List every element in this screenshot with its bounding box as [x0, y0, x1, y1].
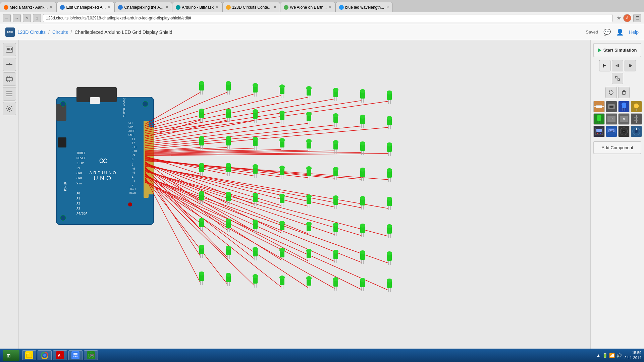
component-pnp[interactable]: P [606, 113, 617, 125]
menu-btn[interactable]: ☰ [633, 14, 641, 22]
select-tool-button[interactable] [599, 60, 610, 71]
led-r8c2 [226, 273, 231, 286]
profile-icon[interactable]: A [623, 14, 631, 22]
component-led-green[interactable] [593, 113, 605, 125]
wire-tool-btn[interactable] [3, 58, 16, 71]
start-button[interactable]: ⊞ [3, 350, 19, 361]
svg-text:~10: ~10 [132, 150, 137, 153]
list-btn[interactable] [3, 87, 16, 101]
svg-rect-13 [6, 77, 12, 81]
svg-rect-28 [58, 137, 66, 147]
add-component-button[interactable]: Add Component [593, 141, 641, 154]
breadcrumb-circuits[interactable]: Circuits [52, 29, 68, 35]
component-multimeter[interactable] [593, 126, 605, 137]
rotate-button[interactable] [605, 87, 617, 98]
taskbar-acrobat[interactable]: A [53, 350, 67, 360]
svg-point-451 [387, 279, 392, 283]
tab-close[interactable]: ✕ [165, 5, 168, 9]
svg-text:AREF: AREF [128, 130, 135, 133]
component-display[interactable]: LCD [606, 126, 617, 137]
taskbar-explorer[interactable] [22, 350, 36, 360]
svg-text:POWER: POWER [64, 182, 67, 191]
refresh-btn[interactable]: ↻ [23, 14, 31, 22]
svg-point-186 [253, 109, 258, 113]
left-toolbar: ​ [0, 40, 19, 362]
tab-tab1[interactable]: Media Markt - Aank... ✕ [0, 2, 56, 12]
component-lamp[interactable] [631, 101, 642, 112]
led-r8c1 [199, 272, 204, 285]
component-potentiometer[interactable] [631, 126, 642, 137]
bookmark-icon[interactable]: ★ [616, 15, 621, 21]
tab-tab5[interactable]: 123D Circuits Conte... ✕ [222, 2, 280, 12]
svg-line-133 [145, 182, 388, 290]
tab-close[interactable]: ✕ [273, 5, 276, 9]
start-simulation-label: Start Simulation [603, 48, 637, 53]
tab-tab7[interactable]: blue led wavelength... ✕ [335, 2, 393, 12]
svg-rect-27 [56, 104, 66, 121]
acrobat-icon: A [56, 351, 64, 359]
home-btn[interactable]: ⌂ [33, 14, 41, 22]
svg-text:~9: ~9 [132, 154, 135, 157]
component-resistor[interactable] [593, 101, 605, 112]
component-palette: P N LCD [593, 101, 641, 137]
tab-tab2[interactable]: Edit Charlieplexed A... ✕ [56, 2, 114, 12]
svg-rect-470 [622, 104, 626, 108]
fullscreen-button[interactable] [612, 73, 623, 84]
svg-point-351 [279, 221, 285, 225]
rewind-button[interactable] [612, 60, 623, 71]
svg-rect-487 [596, 129, 602, 132]
component-btn[interactable] [3, 72, 16, 86]
component-npn[interactable]: N [618, 113, 630, 125]
svg-text:~6: ~6 [132, 168, 135, 171]
taskbar: ⊞ A 🎮 ▲ 🔋 📶 🔊 15:59 24- [0, 349, 644, 362]
start-simulation-button[interactable]: Start Simulation [593, 43, 641, 57]
keyboard-btn[interactable]: ​ [3, 43, 16, 56]
canvas-area[interactable]: IOREF RESET 3.3V 5V GND GND Vin A0 A1 A2… [19, 40, 590, 362]
back-btn[interactable]: ← [3, 14, 11, 22]
help-button[interactable]: Help [629, 29, 639, 35]
user-icon[interactable]: 👤 [616, 28, 624, 36]
delete-button[interactable] [618, 87, 630, 98]
tab-close[interactable]: ✕ [329, 5, 332, 9]
component-switch[interactable] [606, 101, 617, 112]
component-vertical[interactable] [631, 113, 642, 125]
tab-tab3[interactable]: Charlieplexing the A... ✕ [114, 2, 172, 12]
tab-close[interactable]: ✕ [386, 5, 389, 9]
arduino-board: IOREF RESET 3.3V 5V GND GND Vin A0 A1 A2… [56, 87, 154, 225]
tab-close[interactable]: ✕ [216, 5, 219, 9]
battery-icon: 🔋 [602, 353, 608, 358]
svg-point-286 [360, 168, 365, 172]
svg-rect-63 [90, 97, 100, 104]
taskbar-chrome[interactable] [38, 350, 52, 360]
svg-line-117 [145, 172, 388, 236]
settings-btn[interactable] [3, 102, 16, 115]
fastforward-button[interactable] [625, 60, 636, 71]
svg-text:13: 13 [132, 138, 135, 141]
led-r6c7 [360, 224, 365, 237]
game-icon: 🎮 [87, 351, 95, 359]
led-r3c8 [387, 142, 392, 156]
component-led-blue[interactable] [618, 101, 630, 112]
comment-icon[interactable]: 💬 [603, 28, 611, 36]
svg-point-416 [199, 272, 204, 276]
svg-text:A4/SDA: A4/SDA [76, 212, 88, 215]
led-r8c4 [279, 276, 285, 289]
svg-rect-1 [7, 48, 8, 49]
led-r7c3 [253, 247, 258, 260]
forward-btn[interactable]: → [13, 14, 21, 22]
url-bar[interactable]: 123d.circuits.io/circuits/102918-charlie… [43, 14, 612, 22]
tab-tab6[interactable]: We Alone on Earth... ✕ [280, 2, 335, 12]
main-content: ​ [0, 40, 644, 362]
tab-close[interactable]: ✕ [108, 5, 111, 9]
svg-point-276 [306, 166, 312, 170]
breadcrumb-home[interactable]: 123D Circuits [17, 29, 46, 35]
svg-point-376 [199, 245, 204, 249]
component-speaker[interactable] [618, 126, 630, 137]
taskbar-calculator[interactable] [68, 350, 83, 360]
tab-close[interactable]: ✕ [50, 5, 53, 9]
tab-tab4[interactable]: Arduino - BitMask ✕ [172, 2, 222, 12]
svg-text:RESET: RESET [76, 157, 86, 160]
tray-up-icon[interactable]: ▲ [596, 353, 601, 358]
taskbar-game[interactable]: 🎮 [84, 350, 98, 360]
led-r8c5 [306, 276, 312, 290]
